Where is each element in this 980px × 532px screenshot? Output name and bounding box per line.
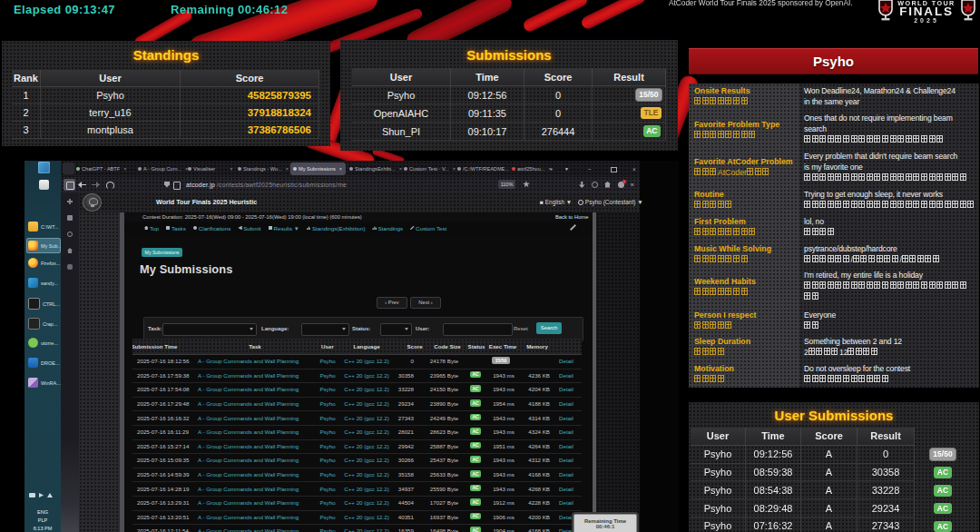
- svg-text:FINALS: FINALS: [899, 5, 954, 18]
- svg-text:2025: 2025: [914, 17, 939, 24]
